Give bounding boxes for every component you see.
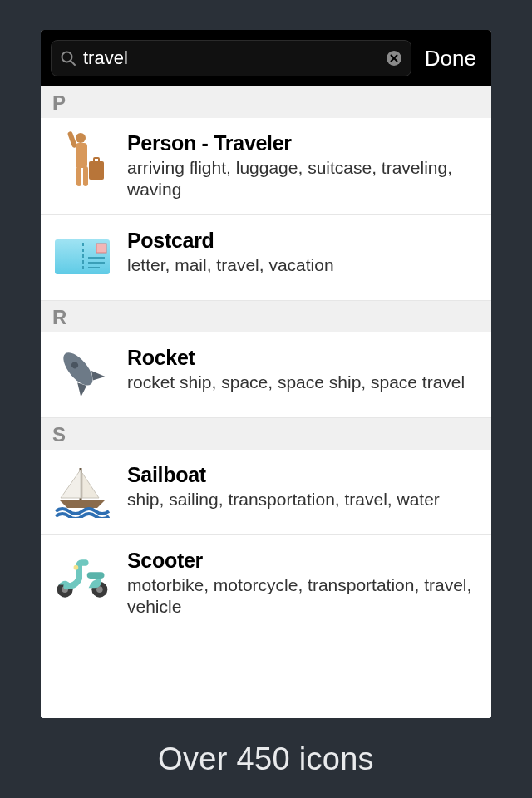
icon-picker-panel: Done P bbox=[41, 30, 491, 718]
svg-rect-14 bbox=[96, 244, 106, 253]
svg-rect-25 bbox=[87, 572, 105, 579]
svg-point-26 bbox=[74, 564, 79, 569]
svg-rect-10 bbox=[89, 161, 104, 180]
list-item[interactable]: Scooter motorbike, motorcycle, transport… bbox=[41, 535, 491, 632]
search-icon bbox=[60, 50, 76, 66]
search-field-wrapper[interactable] bbox=[51, 40, 411, 76]
rocket-icon bbox=[52, 344, 112, 404]
promo-caption: Over 450 icons bbox=[158, 741, 374, 777]
item-tags: letter, mail, travel, vacation bbox=[127, 254, 478, 276]
done-button[interactable]: Done bbox=[420, 46, 481, 71]
svg-rect-8 bbox=[76, 166, 81, 186]
sailboat-icon bbox=[52, 461, 112, 521]
item-title: Person - Traveler bbox=[127, 131, 478, 155]
search-bar: Done bbox=[41, 30, 491, 86]
svg-rect-11 bbox=[94, 158, 99, 163]
item-tags: arriving flight, luggage, suitcase, trav… bbox=[127, 157, 478, 201]
list-item[interactable]: Person - Traveler arriving flight, lugga… bbox=[41, 118, 491, 215]
item-title: Postcard bbox=[127, 229, 478, 253]
svg-rect-9 bbox=[83, 166, 88, 186]
item-title: Rocket bbox=[127, 346, 478, 370]
clear-search-icon[interactable] bbox=[386, 50, 402, 66]
search-input[interactable] bbox=[83, 47, 379, 69]
list-item[interactable]: Postcard letter, mail, travel, vacation bbox=[41, 215, 491, 301]
svg-line-1 bbox=[71, 61, 75, 65]
item-tags: rocket ship, space, space ship, space tr… bbox=[127, 372, 478, 393]
list-item[interactable]: Rocket rocket ship, space, space ship, s… bbox=[41, 332, 491, 418]
svg-point-5 bbox=[76, 133, 86, 143]
section-header-p: P bbox=[41, 86, 491, 118]
scooter-icon bbox=[52, 547, 112, 607]
person-traveler-icon bbox=[52, 130, 112, 190]
item-tags: ship, sailing, transportation, travel, w… bbox=[127, 489, 478, 510]
svg-rect-7 bbox=[76, 143, 87, 168]
section-header-s: S bbox=[41, 418, 491, 450]
section-header-r: R bbox=[41, 301, 491, 332]
item-title: Scooter bbox=[127, 549, 478, 573]
results-list: P Person - Trav bbox=[41, 86, 491, 718]
item-title: Sailboat bbox=[127, 463, 478, 487]
postcard-icon bbox=[52, 227, 112, 287]
list-item[interactable]: Sailboat ship, sailing, transportation, … bbox=[41, 450, 491, 535]
item-tags: motorbike, motorcycle, transportation, t… bbox=[127, 574, 478, 618]
